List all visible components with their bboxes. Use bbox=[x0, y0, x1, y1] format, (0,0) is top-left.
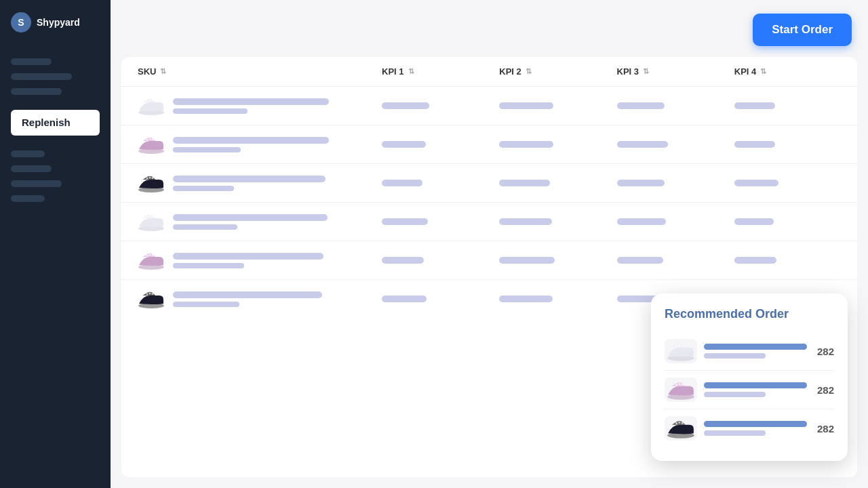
nav-group-2 bbox=[11, 145, 100, 207]
svg-point-17 bbox=[146, 255, 149, 257]
svg-point-15 bbox=[152, 216, 154, 218]
table-row[interactable] bbox=[121, 125, 857, 164]
sku-name-line bbox=[173, 176, 326, 182]
sku-detail-line bbox=[173, 263, 244, 268]
kpi2-cell bbox=[494, 249, 611, 272]
start-order-button[interactable]: Start Order bbox=[753, 14, 852, 46]
kpi4-cell bbox=[729, 210, 846, 233]
svg-point-6 bbox=[149, 138, 151, 140]
svg-point-31 bbox=[682, 384, 684, 386]
sku-name-line bbox=[173, 137, 329, 144]
sort-icon-kpi4[interactable]: ⇅ bbox=[760, 67, 766, 76]
sku-text-block bbox=[173, 98, 329, 114]
th-kpi3: KPI 3 ⇅ bbox=[612, 57, 729, 86]
kpi2-cell bbox=[494, 94, 611, 117]
kpi4-value bbox=[734, 180, 778, 186]
sku-cell bbox=[132, 87, 376, 125]
rec-item-info bbox=[704, 344, 807, 359]
table-row[interactable] bbox=[121, 164, 857, 203]
kpi3-value bbox=[617, 218, 666, 225]
svg-point-19 bbox=[152, 254, 154, 256]
app-name: Shypyard bbox=[37, 17, 80, 28]
rec-items-list: 282 282 282 bbox=[665, 332, 834, 447]
rec-order-item[interactable]: 282 bbox=[665, 371, 834, 409]
sku-text-block bbox=[173, 176, 326, 191]
rec-shoe-thumbnail bbox=[665, 378, 697, 402]
logo-area[interactable]: S Shypyard bbox=[0, 0, 111, 45]
kpi1-cell bbox=[376, 249, 494, 272]
sidebar: S Shypyard Replenish bbox=[0, 0, 111, 488]
kpi2-value bbox=[499, 218, 552, 225]
sidebar-nav-item-7[interactable] bbox=[11, 195, 45, 202]
rec-item-count: 282 bbox=[814, 423, 834, 434]
rec-order-item[interactable]: 282 bbox=[665, 409, 834, 447]
rec-item-detail bbox=[704, 353, 766, 359]
sku-cell bbox=[132, 203, 376, 241]
kpi1-value bbox=[382, 296, 427, 302]
sku-text-block bbox=[173, 291, 322, 307]
sku-name-line bbox=[173, 98, 329, 105]
sku-name-line bbox=[173, 214, 328, 221]
sidebar-active-item[interactable]: Replenish bbox=[11, 110, 100, 136]
kpi2-cell bbox=[494, 210, 611, 233]
sidebar-nav-item-1[interactable] bbox=[11, 58, 52, 65]
sku-detail-line bbox=[173, 147, 241, 152]
rec-order-item[interactable]: 282 bbox=[665, 332, 834, 371]
sku-detail-line bbox=[173, 186, 234, 191]
kpi4-value bbox=[734, 102, 775, 109]
sku-text-block bbox=[173, 253, 323, 268]
kpi4-cell bbox=[729, 94, 846, 117]
table-row[interactable] bbox=[121, 203, 857, 241]
sidebar-nav-item-2[interactable] bbox=[11, 73, 72, 80]
sidebar-nav-item-4[interactable] bbox=[11, 150, 45, 157]
kpi4-value bbox=[734, 257, 776, 264]
sort-icon-kpi2[interactable]: ⇅ bbox=[526, 67, 532, 76]
sidebar-nav-item-3[interactable] bbox=[11, 88, 62, 95]
svg-point-7 bbox=[152, 138, 154, 140]
svg-point-34 bbox=[678, 422, 680, 424]
svg-point-2 bbox=[149, 100, 151, 102]
kpi1-cell bbox=[376, 210, 494, 233]
sort-icon-kpi3[interactable]: ⇅ bbox=[643, 67, 649, 76]
svg-point-13 bbox=[146, 216, 149, 218]
sku-text-block bbox=[173, 214, 328, 230]
svg-point-9 bbox=[146, 178, 149, 180]
kpi2-value bbox=[499, 102, 553, 109]
kpi2-cell bbox=[494, 171, 611, 195]
sku-detail-line bbox=[173, 108, 248, 114]
kpi1-cell bbox=[376, 171, 494, 195]
main-content: Start Order SKU ⇅ KPI 1 ⇅ KPI 2 ⇅ KPI 3 … bbox=[111, 0, 868, 488]
shoe-thumbnail bbox=[138, 134, 165, 155]
kpi3-value bbox=[617, 102, 665, 109]
sort-icon-kpi1[interactable]: ⇅ bbox=[408, 67, 414, 76]
kpi1-cell bbox=[376, 133, 494, 156]
svg-point-29 bbox=[675, 384, 677, 386]
th-sku: SKU ⇅ bbox=[132, 57, 376, 86]
shoe-thumbnail bbox=[138, 172, 165, 194]
svg-point-23 bbox=[152, 293, 154, 295]
svg-point-5 bbox=[146, 139, 149, 141]
table-header: SKU ⇅ KPI 1 ⇅ KPI 2 ⇅ KPI 3 ⇅ KPI 4 ⇅ bbox=[121, 57, 857, 87]
sort-icon-sku[interactable]: ⇅ bbox=[160, 67, 166, 76]
kpi3-cell bbox=[612, 249, 729, 272]
sidebar-nav-item-6[interactable] bbox=[11, 180, 62, 187]
table-row[interactable] bbox=[121, 241, 857, 280]
nav-group-1 bbox=[11, 53, 100, 100]
kpi4-cell bbox=[729, 171, 846, 195]
kpi2-value bbox=[499, 257, 555, 264]
kpi3-cell bbox=[612, 210, 729, 233]
rec-item-name bbox=[704, 421, 807, 427]
rec-shoe-thumbnail bbox=[665, 339, 697, 363]
kpi2-cell bbox=[494, 287, 611, 310]
kpi2-value bbox=[499, 180, 550, 186]
table-row[interactable] bbox=[121, 87, 857, 125]
sidebar-nav-item-5[interactable] bbox=[11, 165, 52, 172]
logo-icon: S bbox=[11, 12, 31, 33]
kpi2-cell bbox=[494, 133, 611, 156]
kpi1-value bbox=[382, 257, 424, 264]
sku-cell bbox=[132, 125, 376, 163]
th-kpi1: KPI 1 ⇅ bbox=[376, 57, 494, 86]
shoe-thumbnail bbox=[138, 211, 165, 232]
svg-point-11 bbox=[152, 177, 154, 179]
kpi3-cell bbox=[612, 133, 729, 156]
